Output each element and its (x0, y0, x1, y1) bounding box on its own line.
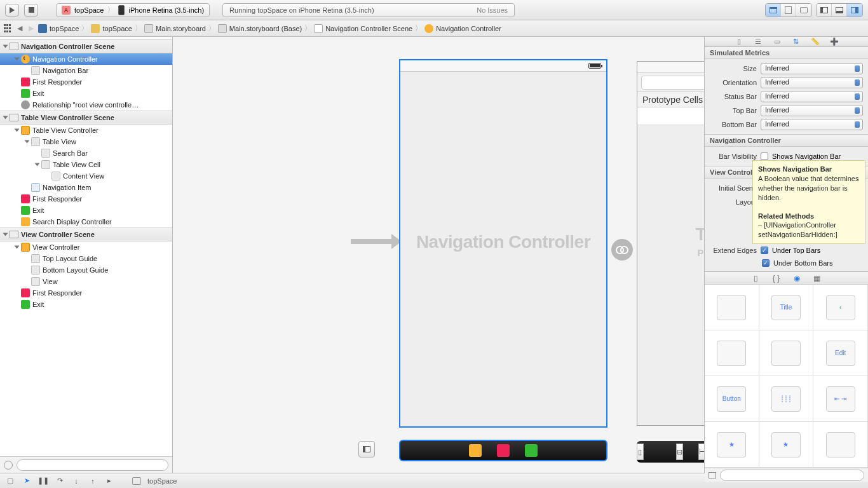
library-item[interactable]: Button (705, 376, 759, 422)
scene-header[interactable]: Table View Controller Scene (0, 111, 172, 125)
jb-project[interactable]: topSpace (38, 24, 79, 33)
outline-row[interactable]: Exit (0, 205, 172, 216)
size-select[interactable]: Inferred (761, 63, 863, 74)
outline-row[interactable]: Top Layout Guide (0, 253, 172, 264)
jb-file[interactable]: Main.storyboard (144, 24, 206, 33)
toggle-utilities-icon[interactable] (847, 4, 862, 17)
file-template-icon[interactable]: ▯ (752, 274, 761, 282)
search-bar[interactable]: 🔍 (637, 73, 704, 92)
outline-row[interactable]: View Controller (0, 241, 172, 253)
outline-row[interactable]: First Responder (0, 287, 172, 299)
shows-nav-bar-checkbox[interactable] (761, 152, 768, 160)
library-grid[interactable]: Title‹EditButton┊┊┊⇤ ⇥★★ (705, 285, 868, 468)
filter-icon[interactable] (4, 461, 13, 470)
align-button[interactable]: ⊟ (676, 444, 683, 460)
scene-dock[interactable] (399, 440, 607, 461)
standard-editor-icon[interactable] (766, 4, 781, 17)
quick-help-icon[interactable]: ☰ (753, 37, 763, 46)
filter-field[interactable] (17, 459, 168, 471)
process-name[interactable]: topSpace (147, 477, 177, 485)
grid-view-icon[interactable] (709, 472, 716, 478)
library-filter-field[interactable] (720, 470, 864, 481)
outline-row[interactable]: Navigation Bar (0, 65, 172, 76)
outline-row[interactable]: Search Display Controller (0, 216, 172, 227)
toggle-navigator-icon[interactable] (817, 4, 832, 17)
status-bar-select[interactable]: Inferred (761, 91, 863, 102)
library-item[interactable]: ⇤ ⇥ (813, 376, 868, 422)
jb-base[interactable]: Main.storyboard (Base) (218, 24, 302, 33)
jb-folder[interactable]: topSpace (91, 24, 132, 33)
library-item[interactable] (813, 422, 868, 468)
root-vc-segue[interactable] (611, 239, 633, 261)
storyboard-canvas[interactable]: Navigation Controller 🔍 Prototype Cells … (173, 37, 704, 473)
outline-row[interactable]: Table View Cell (0, 159, 172, 170)
library-item[interactable] (705, 285, 759, 330)
outline-row[interactable]: Bottom Layout Guide (0, 264, 172, 276)
library-item[interactable] (705, 330, 759, 376)
search-field[interactable]: 🔍 (641, 76, 704, 90)
assistant-editor-icon[interactable] (781, 4, 796, 17)
library-tab-bar[interactable]: ▯ { } ◉ ▦ (705, 272, 868, 285)
library-item[interactable]: ★ (759, 422, 814, 468)
outline-row[interactable]: Relationship "root view controlle… (0, 99, 172, 111)
file-inspector-icon[interactable]: ▯ (734, 37, 744, 46)
scene-navigation-controller[interactable]: Navigation Controller (399, 59, 607, 428)
nav-controller-icon[interactable] (469, 444, 482, 457)
code-snippet-icon[interactable]: { } (772, 274, 781, 282)
inspector-tab-bar[interactable]: ▯ ☰ ▭ ⇅ 📏 ➕ (705, 37, 868, 46)
identity-inspector-icon[interactable]: ▭ (772, 37, 782, 46)
attributes-inspector-icon[interactable]: ⇅ (791, 37, 801, 46)
library-item[interactable]: ★ (705, 422, 759, 468)
size-inspector-icon[interactable]: 📏 (810, 37, 820, 46)
library-item[interactable] (759, 330, 814, 376)
step-into-icon[interactable]: ↓ (71, 477, 81, 485)
library-item[interactable]: Edit (813, 330, 868, 376)
under-bottom-checkbox[interactable] (762, 259, 770, 267)
initial-vc-arrow[interactable] (351, 239, 395, 244)
media-library-icon[interactable]: ▦ (813, 274, 822, 282)
under-top-checkbox[interactable] (761, 247, 768, 254)
related-items-icon[interactable] (4, 24, 13, 33)
pause-icon[interactable]: ❚❚ (38, 477, 48, 485)
back-button[interactable]: ◀ (15, 24, 24, 33)
toggle-outline-button[interactable] (358, 441, 375, 458)
outline-row[interactable]: First Responder (0, 76, 172, 88)
form-factor-button[interactable]: ▯ (637, 444, 644, 460)
breakpoints-icon[interactable]: ➤ (22, 477, 32, 485)
forward-button[interactable]: ▶ (27, 24, 36, 33)
orientation-select[interactable]: Inferred (761, 77, 863, 88)
jb-scene[interactable]: Navigation Controller Scene (314, 24, 412, 33)
outline-row[interactable]: Content View (0, 170, 172, 182)
outline-row[interactable]: Navigation Item (0, 182, 172, 193)
outline-row[interactable]: Table View Controller (0, 125, 172, 136)
first-responder-icon[interactable] (497, 444, 510, 457)
scene-table-view-controller[interactable]: 🔍 Prototype Cells Table View Prototype C… (637, 61, 704, 426)
bottom-bar-select[interactable]: Inferred (761, 119, 863, 130)
outline-row[interactable]: Table View (0, 136, 172, 147)
library-item[interactable]: Title (759, 285, 814, 330)
pin-button[interactable]: ⊢⊣ (698, 444, 704, 460)
outline-tree[interactable]: Navigation Controller SceneNavigation Co… (0, 37, 172, 456)
outline-row[interactable]: Search Bar (0, 147, 172, 159)
toggle-debug-icon[interactable] (832, 4, 847, 17)
library-item[interactable]: ‹ (813, 285, 868, 330)
jb-object[interactable]: Navigation Controller (424, 24, 501, 33)
object-library-icon[interactable]: ◉ (792, 274, 801, 282)
prototype-cell[interactable] (637, 107, 704, 125)
outline-row[interactable]: Exit (0, 299, 172, 310)
library-item[interactable]: ┊┊┊ (759, 376, 814, 422)
view-panels-segment[interactable] (816, 3, 863, 17)
scene-header[interactable]: Navigation Controller Scene (0, 39, 172, 53)
debug-view-icon[interactable]: ▸ (104, 477, 114, 485)
version-editor-icon[interactable] (796, 4, 811, 17)
stop-button[interactable] (24, 4, 38, 17)
run-button[interactable] (5, 4, 19, 17)
outline-row[interactable]: View (0, 276, 172, 287)
connections-inspector-icon[interactable]: ➕ (829, 37, 839, 46)
step-over-icon[interactable]: ↷ (55, 477, 65, 485)
step-out-icon[interactable]: ↑ (88, 477, 98, 485)
scene-header[interactable]: View Controller Scene (0, 227, 172, 241)
scheme-selector[interactable]: A topSpace 〉 iPhone Retina (3.5-inch) (56, 3, 210, 17)
outline-row[interactable]: Navigation Controller (0, 53, 172, 65)
outline-row[interactable]: First Responder (0, 193, 172, 205)
